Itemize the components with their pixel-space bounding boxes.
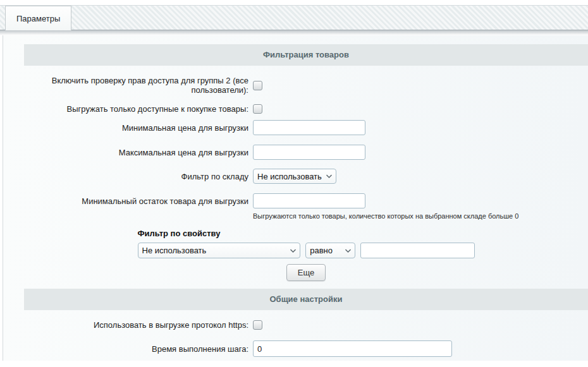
property-select-wrap: Не использовать: [138, 243, 301, 258]
section-header-general-settings: Общие настройки: [24, 289, 588, 310]
min-stock-label: Минимальный остаток товара для выгрузки: [24, 196, 248, 206]
purchasable-only-control: [253, 104, 588, 114]
form-row-step-time: Время выполнения шага:: [24, 340, 588, 357]
operator-select[interactable]: равно: [305, 243, 355, 258]
more-button[interactable]: Еще: [286, 264, 326, 281]
tab-bar-shadow: [0, 30, 588, 35]
step-time-control: [253, 340, 588, 357]
stock-filter-label: Фильтр по складу: [24, 172, 248, 181]
operator-select-wrap: равно: [305, 243, 355, 258]
property-value-input[interactable]: [360, 243, 475, 258]
step-time-label: Время выполнения шага:: [24, 344, 248, 354]
form-row-purchasable-only: Выгружать только доступные к покупке тов…: [24, 104, 588, 114]
page: Параметры Фильтрация товаров Включить пр…: [0, 0, 588, 367]
settings-form-panel: Фильтрация товаров Включить проверку пра…: [3, 35, 588, 361]
stock-filter-control: Не использовать: [253, 169, 588, 184]
purchasable-only-label: Выгружать только доступные к покупке тов…: [24, 104, 248, 114]
stock-filter-select[interactable]: Не использовать: [253, 169, 336, 184]
form-row-max-price: Максимальная цена для выгрузки: [24, 145, 588, 160]
min-stock-input[interactable]: [253, 193, 365, 208]
https-label: Использовать в выгрузке протокол https:: [24, 320, 248, 330]
group-access-control: [253, 81, 588, 90]
group-access-label: Включить проверку прав доступа для групп…: [24, 76, 248, 95]
settings-form: Фильтрация товаров Включить проверку пра…: [24, 44, 588, 357]
property-select[interactable]: Не использовать: [138, 243, 301, 258]
property-filter-block: Фильтр по свойству Не использовать равно: [138, 229, 475, 281]
section-header-product-filter: Фильтрация товаров: [24, 44, 588, 66]
tab-parameters[interactable]: Параметры: [5, 6, 71, 30]
property-filter-label: Фильтр по свойству: [138, 229, 475, 238]
group-access-checkbox[interactable]: [253, 81, 262, 90]
max-price-label: Максимальная цена для выгрузки: [24, 148, 248, 157]
form-row-stock-filter: Фильтр по складу Не использовать: [24, 169, 588, 184]
step-time-input[interactable]: [253, 340, 452, 357]
max-price-control: [253, 145, 588, 160]
form-row-min-stock: Минимальный остаток товара для выгрузки: [24, 193, 588, 208]
tab-bar: Параметры: [0, 5, 588, 30]
https-control: [253, 320, 588, 330]
form-row-group-access: Включить проверку прав доступа для групп…: [24, 76, 588, 95]
form-row-min-price: Минимальная цена для выгрузки: [24, 120, 588, 135]
purchasable-only-checkbox[interactable]: [253, 104, 262, 114]
stock-filter-select-wrap: Не использовать: [253, 169, 336, 184]
min-stock-control: [253, 193, 588, 208]
property-filter-controls: Не использовать равно: [138, 243, 475, 258]
min-price-input[interactable]: [253, 120, 365, 135]
stock-filter-note: Выгружаются только товары, количество ко…: [253, 212, 588, 220]
https-checkbox[interactable]: [253, 320, 262, 330]
tab-parameters-label: Параметры: [16, 14, 60, 23]
max-price-input[interactable]: [253, 145, 365, 160]
min-price-control: [253, 120, 588, 135]
form-row-https: Использовать в выгрузке протокол https:: [24, 320, 588, 330]
min-price-label: Минимальная цена для выгрузки: [24, 123, 248, 133]
